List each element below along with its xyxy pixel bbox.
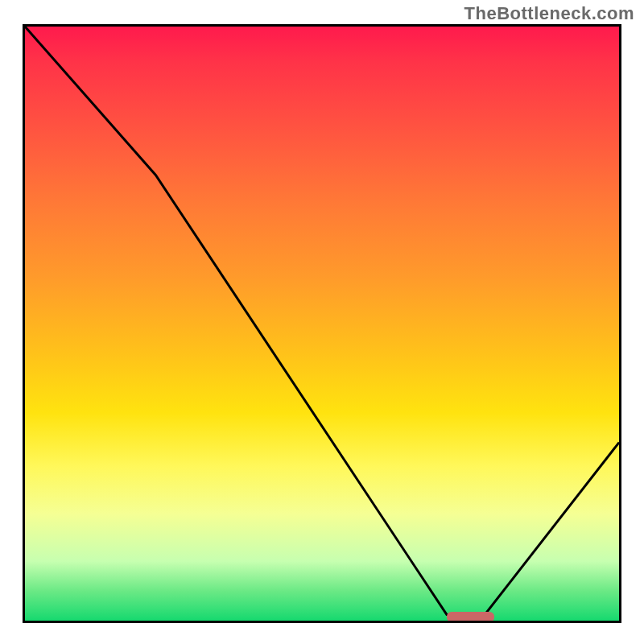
bottleneck-curve [25, 27, 619, 621]
chart-area [23, 24, 621, 623]
watermark-text: TheBottleneck.com [464, 3, 634, 24]
optimum-marker [447, 612, 494, 622]
